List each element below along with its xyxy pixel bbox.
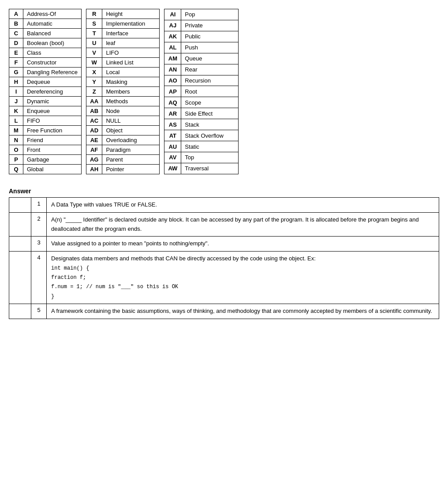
answer-content-cell: A framework containing the basic assumpt… — [47, 304, 439, 319]
value-cell: Balanced — [23, 29, 82, 38]
answer-blank-cell — [9, 252, 31, 304]
value-cell: Side Effect — [181, 108, 239, 119]
value-cell: Scope — [181, 97, 239, 108]
key-cell: AF — [86, 145, 102, 155]
table-row: AHPointer — [86, 165, 160, 174]
value-cell: Address-Of — [23, 9, 82, 19]
table-row: OFront — [9, 145, 82, 155]
table-row: HDequeue — [9, 77, 82, 87]
value-cell: Top — [181, 152, 239, 163]
table-row: AKPublic — [164, 31, 239, 42]
value-cell: Pop — [181, 9, 239, 20]
value-cell: Traversal — [181, 163, 239, 174]
key-cell: AA — [86, 97, 102, 106]
key-cell: K — [9, 106, 23, 116]
value-cell: Stack — [181, 119, 239, 130]
answer-content-cell: Designates data members and methods that… — [47, 252, 439, 304]
answer-label: Answer — [9, 188, 439, 195]
value-cell: Height — [102, 9, 160, 19]
key-cell: AC — [86, 116, 102, 126]
key-cell: AB — [86, 106, 102, 116]
table-row: AWTraversal — [164, 163, 239, 174]
value-cell: FIFO — [23, 116, 82, 126]
value-cell: Pointer — [102, 165, 160, 174]
value-cell: Recursion — [181, 75, 239, 86]
table-row: GDangling Reference — [9, 68, 82, 77]
table-row: ASStack — [164, 119, 239, 130]
key-cell: AP — [164, 86, 181, 97]
value-cell: Methods — [102, 97, 160, 106]
value-cell: Stack Overflow — [181, 130, 239, 141]
table-row: AUStatic — [164, 141, 239, 152]
answer-num-cell: 2 — [31, 212, 47, 237]
table-row: DBoolean (bool) — [9, 38, 82, 48]
value-cell: Overloading — [102, 135, 160, 145]
key-cell: E — [9, 48, 23, 58]
value-cell: Garbage — [23, 155, 82, 165]
value-cell: Implementation — [102, 19, 160, 29]
value-cell: Local — [102, 68, 160, 77]
table-row: LFIFO — [9, 116, 82, 126]
key-cell: X — [86, 68, 102, 77]
value-cell: Dereferencing — [23, 87, 82, 97]
key-cell: AL — [164, 42, 181, 53]
key-cell: V — [86, 48, 102, 58]
value-cell: Object — [102, 126, 160, 135]
value-cell: Static — [181, 141, 239, 152]
table-row: VLIFO — [86, 48, 160, 58]
answer-blank-cell — [9, 198, 31, 213]
table-row: AJPrivate — [164, 20, 239, 31]
key-cell: F — [9, 58, 23, 68]
key-cell: L — [9, 116, 23, 126]
key-cell: AK — [164, 31, 181, 42]
table-row: MFree Function — [9, 126, 82, 135]
table-2: RHeightSImplementationTInterfaceUleafVLI… — [86, 9, 160, 174]
table-row: AGParent — [86, 155, 160, 165]
value-cell: Push — [181, 42, 239, 53]
key-cell: AS — [164, 119, 181, 130]
key-cell: AN — [164, 64, 181, 75]
key-cell: T — [86, 29, 102, 38]
answer-blank-cell — [9, 212, 31, 237]
table-row: RHeight — [86, 9, 160, 19]
answer-section: Answer 1A Data Type with values TRUE or … — [9, 188, 439, 319]
table-row: KEnqueue — [9, 106, 82, 116]
value-cell: Global — [23, 165, 82, 174]
key-cell: C — [9, 29, 23, 38]
table-row: APRoot — [164, 86, 239, 97]
table-row: AFParadigm — [86, 145, 160, 155]
table-row: AORecursion — [164, 75, 239, 86]
key-cell: O — [9, 145, 23, 155]
key-cell: AI — [164, 9, 181, 20]
table-row: NFriend — [9, 135, 82, 145]
table-row: AIPop — [164, 9, 239, 20]
key-cell: AE — [86, 135, 102, 145]
answer-table: 1A Data Type with values TRUE or FALSE. … — [9, 197, 439, 319]
answer-num-cell: 3 — [31, 237, 47, 252]
table-row: PGarbage — [9, 155, 82, 165]
value-cell: Free Function — [23, 126, 82, 135]
value-cell: Root — [181, 86, 239, 97]
key-cell: Y — [86, 77, 102, 87]
key-cell: S — [86, 19, 102, 29]
value-cell: Node — [102, 106, 160, 116]
value-cell: Parent — [102, 155, 160, 165]
key-cell: AT — [164, 130, 181, 141]
answer-blank-cell — [9, 237, 31, 252]
answer-num-cell: 4 — [31, 252, 47, 304]
answer-content-cell: A Data Type with values TRUE or FALSE. — [47, 198, 439, 213]
answer-row: 2A(n) "_____ Identifier" is declared out… — [9, 212, 439, 237]
table-row: BAutomatic — [9, 19, 82, 29]
value-cell: Front — [23, 145, 82, 155]
table-row: WLinked List — [86, 58, 160, 68]
value-cell: Enqueue — [23, 106, 82, 116]
key-cell: R — [86, 9, 102, 19]
answer-num-cell: 1 — [31, 198, 47, 213]
key-cell: AG — [86, 155, 102, 165]
value-cell: Constructor — [23, 58, 82, 68]
table-1: AAddress-OfBAutomaticCBalancedDBoolean (… — [9, 9, 82, 174]
value-cell: Dangling Reference — [23, 68, 82, 77]
value-cell: Queue — [181, 53, 239, 64]
table-row: ATStack Overflow — [164, 130, 239, 141]
key-cell: Z — [86, 87, 102, 97]
